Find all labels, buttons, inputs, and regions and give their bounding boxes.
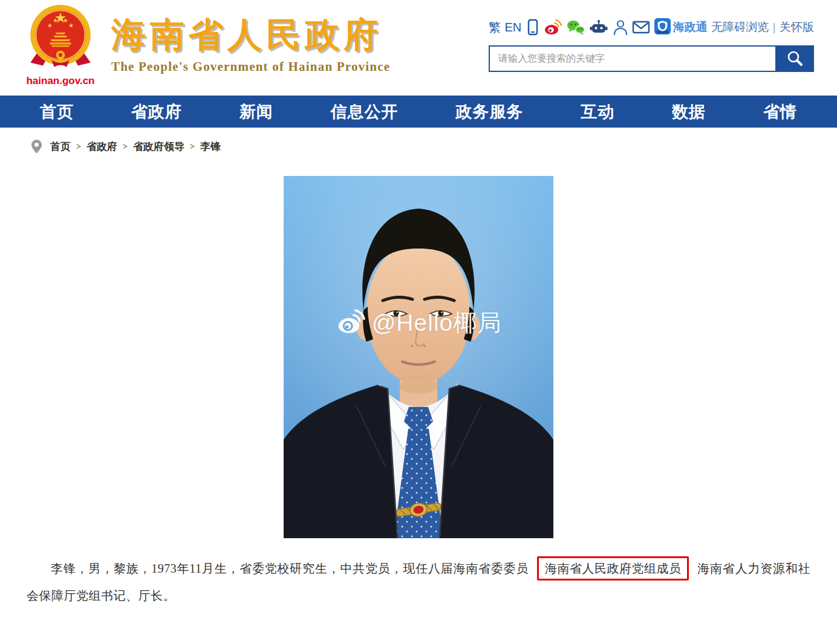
lang-traditional-link[interactable]: 繁: [489, 19, 501, 36]
bio-text-before: 李锋，男，黎族，1973年11月生，省委党校研究生，中共党员，现任八届海南省委委…: [51, 562, 529, 575]
breadcrumb-separator: >: [76, 142, 81, 152]
quickbar: 繁 EN: [489, 18, 814, 36]
header-tools: 繁 EN: [489, 18, 814, 72]
breadcrumb-provincial-government[interactable]: 省政府: [86, 140, 117, 154]
nav-item-provincial-government[interactable]: 省政府: [131, 101, 182, 123]
search-button[interactable]: [775, 45, 814, 72]
breadcrumb: 首页 > 省政府 > 省政府领导 > 李锋: [31, 140, 837, 154]
site-header: hainan.gov.cn 海南省人民政府 The People's Gover…: [0, 0, 837, 96]
robot-icon[interactable]: [589, 19, 608, 36]
site-domain: hainan.gov.cn: [23, 75, 98, 87]
quickbar-divider: |: [773, 21, 776, 34]
nav-item-data[interactable]: 数据: [672, 101, 706, 123]
haizhengtong-label: 海政通: [673, 19, 708, 35]
nav-item-information-disclosure[interactable]: 信息公开: [331, 101, 399, 123]
care-version-link[interactable]: 关怀版: [780, 19, 814, 35]
site-subtitle: The People's Government of Hainan Provin…: [111, 59, 390, 74]
breadcrumb-separator: >: [123, 142, 128, 152]
nav-item-province-profile[interactable]: 省情: [763, 101, 797, 123]
accessibility-link[interactable]: 无障碍浏览: [711, 19, 769, 35]
bio-highlighted-title: 海南省人民政府党组成员: [537, 556, 689, 581]
search-bar: [489, 45, 814, 72]
breadcrumb-current-li-feng: 李锋: [200, 140, 221, 154]
nav-item-government-services[interactable]: 政务服务: [455, 101, 523, 123]
mail-icon[interactable]: [632, 20, 650, 34]
site-logo[interactable]: hainan.gov.cn: [23, 4, 98, 87]
site-title: 海南省人民政府: [111, 16, 390, 54]
haizhengtong-icon: [654, 18, 671, 37]
haizhengtong-link[interactable]: 海政通: [654, 18, 708, 37]
nav-item-news[interactable]: 新闻: [239, 101, 273, 123]
official-portrait-photo: @Hello椰局: [284, 176, 553, 538]
breadcrumb-home[interactable]: 首页: [50, 140, 71, 154]
photo-section: @Hello椰局: [0, 176, 837, 538]
site-title-block: 海南省人民政府 The People's Government of Haina…: [111, 16, 390, 74]
nav-item-interaction[interactable]: 互动: [581, 101, 614, 123]
breadcrumb-separator: >: [190, 142, 195, 152]
portrait-illustration: [284, 176, 553, 538]
wechat-icon[interactable]: [566, 19, 585, 36]
nav-item-home[interactable]: 首页: [40, 101, 74, 123]
lang-english-link[interactable]: EN: [505, 21, 522, 34]
location-pin-icon: [31, 140, 42, 154]
search-input[interactable]: [489, 45, 775, 72]
national-emblem-icon: [29, 64, 92, 74]
user-icon[interactable]: [613, 19, 628, 36]
main-nav: 首页 省政府 新闻 信息公开 政务服务 互动 数据 省情: [0, 96, 837, 128]
search-icon: [786, 49, 804, 69]
breadcrumb-government-leaders[interactable]: 省政府领导: [133, 140, 184, 154]
biography-paragraph: 李锋，男，黎族，1973年11月生，省委党校研究生，中共党员，现任八届海南省委委…: [27, 555, 810, 610]
weibo-icon[interactable]: [544, 19, 562, 36]
mobile-icon[interactable]: [526, 19, 540, 36]
